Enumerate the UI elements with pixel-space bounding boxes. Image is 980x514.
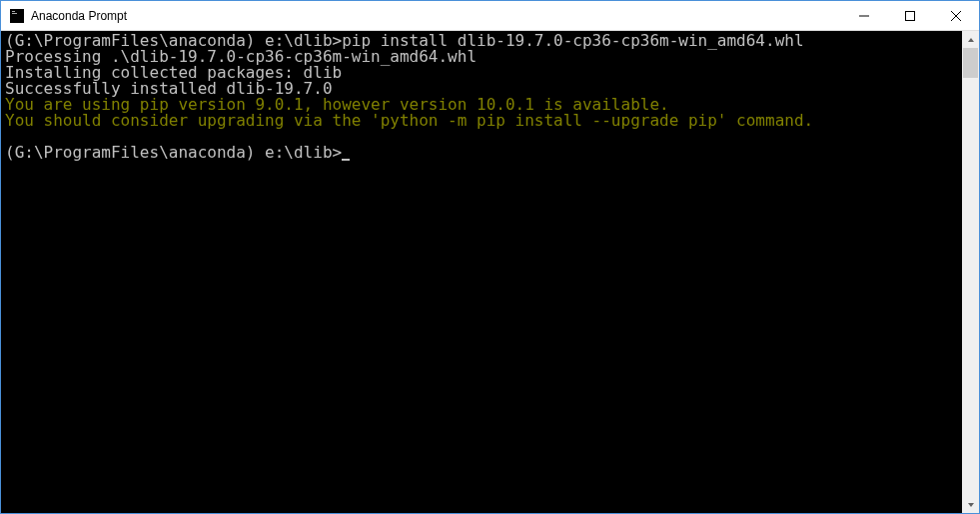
- terminal-container: (G:\ProgramFiles\anaconda) e:\dlib>pip i…: [1, 31, 979, 513]
- close-button[interactable]: [933, 1, 979, 30]
- minimize-button[interactable]: [841, 1, 887, 30]
- titlebar[interactable]: Anaconda Prompt: [1, 1, 979, 31]
- app-icon: [9, 8, 25, 24]
- scroll-down-button[interactable]: [962, 496, 979, 513]
- terminal-cursor: [342, 159, 350, 161]
- svg-marker-8: [968, 503, 974, 507]
- terminal-prompt: (G:\ProgramFiles\anaconda) e:\dlib>: [5, 143, 342, 162]
- svg-marker-7: [968, 38, 974, 42]
- terminal-line-warning: You should consider upgrading via the 'p…: [5, 111, 813, 130]
- vertical-scrollbar[interactable]: [962, 31, 979, 513]
- terminal-output[interactable]: (G:\ProgramFiles\anaconda) e:\dlib>pip i…: [1, 31, 962, 513]
- chevron-up-icon: [967, 36, 975, 44]
- svg-rect-2: [12, 13, 17, 14]
- minimize-icon: [859, 11, 869, 21]
- chevron-down-icon: [967, 501, 975, 509]
- maximize-icon: [905, 11, 915, 21]
- svg-rect-4: [906, 11, 915, 20]
- scroll-thumb[interactable]: [963, 48, 978, 78]
- window-title: Anaconda Prompt: [31, 9, 841, 23]
- svg-rect-1: [12, 11, 15, 12]
- scroll-up-button[interactable]: [962, 31, 979, 48]
- window-controls: [841, 1, 979, 30]
- window-frame: Anaconda Prompt (G:\ProgramFiles\anacond…: [0, 0, 980, 514]
- scroll-track[interactable]: [962, 48, 979, 496]
- close-icon: [951, 11, 961, 21]
- maximize-button[interactable]: [887, 1, 933, 30]
